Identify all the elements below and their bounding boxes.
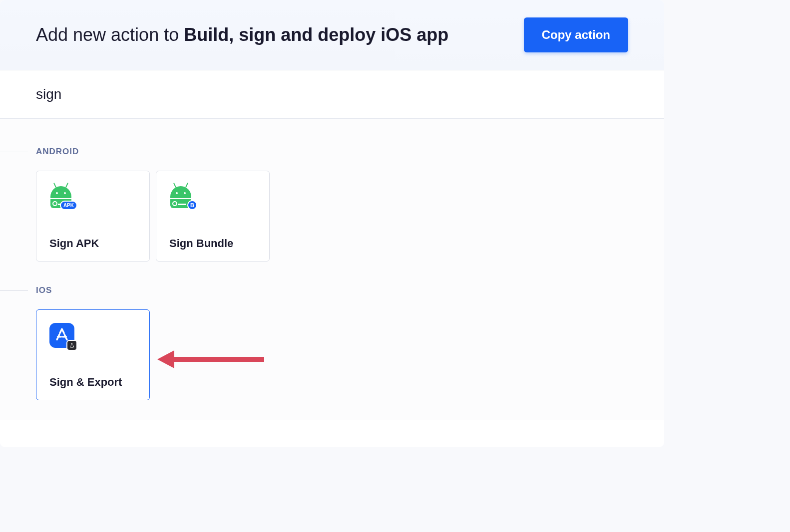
actions-content: ANDROID APK Sign APK <box>0 119 664 420</box>
ios-export-icon <box>49 323 76 350</box>
card-title: Sign Bundle <box>169 237 256 250</box>
action-card-sign-bundle[interactable]: B Sign Bundle <box>156 171 270 262</box>
action-card-sign-export[interactable]: Sign & Export <box>36 309 150 400</box>
card-title: Sign APK <box>49 237 136 250</box>
page-title: Add new action to Build, sign and deploy… <box>36 24 448 45</box>
bundle-badge: B <box>187 200 197 210</box>
category-label: ANDROID <box>36 147 79 157</box>
category-line <box>0 152 28 152</box>
search-input[interactable] <box>36 86 628 102</box>
card-row: APK Sign APK B Sign Bundle <box>36 171 628 262</box>
card-row: Sign & Export <box>36 309 628 400</box>
page-header: Add new action to Build, sign and deploy… <box>0 0 664 70</box>
title-prefix: Add new action to <box>36 24 184 45</box>
category-label: IOS <box>36 285 52 295</box>
category-label-row: ANDROID <box>36 147 628 157</box>
category-label-row: IOS <box>36 285 628 295</box>
android-bundle-icon: B <box>169 184 196 211</box>
card-title: Sign & Export <box>49 376 136 389</box>
search-section <box>0 70 664 119</box>
category-ios: IOS <box>36 285 628 400</box>
android-apk-icon: APK <box>49 184 76 211</box>
category-android: ANDROID APK Sign APK <box>36 147 628 262</box>
category-line <box>0 290 28 291</box>
title-bold: Build, sign and deploy iOS app <box>184 24 448 45</box>
apk-badge: APK <box>60 201 77 210</box>
copy-action-button[interactable]: Copy action <box>524 17 628 52</box>
action-card-sign-apk[interactable]: APK Sign APK <box>36 171 150 262</box>
page-container: Add new action to Build, sign and deploy… <box>0 0 664 447</box>
annotation-arrow-icon <box>157 350 264 368</box>
export-badge-icon <box>66 340 77 351</box>
